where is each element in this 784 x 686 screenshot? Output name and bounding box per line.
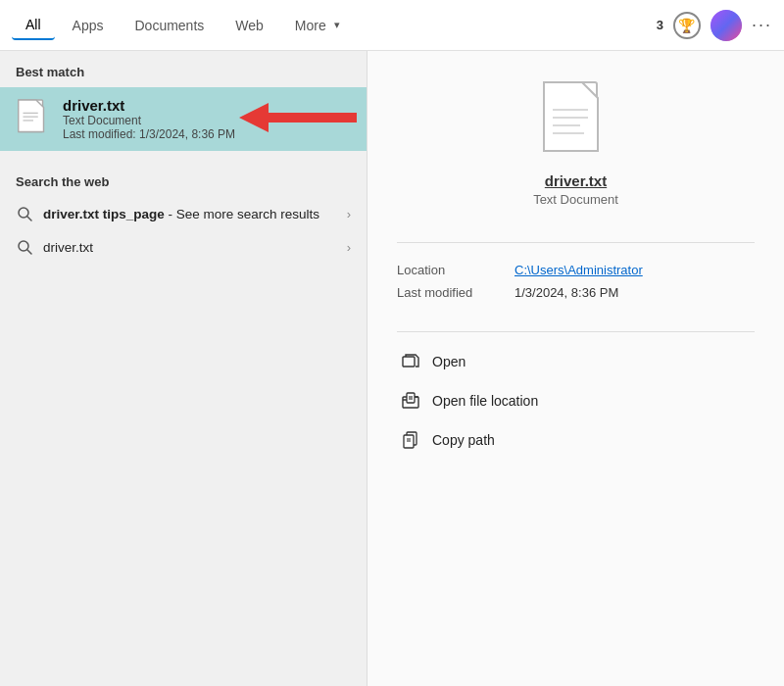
tab-web[interactable]: Web (221, 12, 277, 39)
open-location-icon (401, 391, 420, 411)
search-bold: driver.txt tips_page (43, 207, 165, 221)
search-result-tips[interactable]: driver.txt tips_page - See more search r… (0, 197, 367, 230)
avatar[interactable] (710, 10, 742, 41)
svg-marker-4 (239, 103, 357, 132)
arrow-svg (239, 98, 357, 137)
location-row: Location C:\Users\Administrator (397, 259, 755, 281)
divider-2 (397, 331, 755, 332)
best-match-item[interactable]: driver.txt Text Document Last modified: … (0, 87, 367, 151)
left-panel: Best match driver.txt Text Document Last… (0, 51, 368, 686)
top-bar-right: 3 🏆 ··· (657, 10, 772, 41)
best-match-label: Best match (0, 51, 367, 87)
trophy-icon[interactable]: 🏆 (673, 12, 701, 39)
search-icon (16, 205, 33, 222)
action-list: Open Open file location (397, 344, 755, 458)
top-bar: All Apps Documents Web More ▾ 3 🏆 ··· (0, 0, 784, 51)
open-action[interactable]: Open (397, 344, 755, 379)
avatar-image (710, 10, 742, 41)
search-result-tips-text: driver.txt tips_page - See more search r… (43, 207, 337, 221)
location-value[interactable]: C:\Users\Administrator (514, 263, 643, 277)
tab-documents[interactable]: Documents (121, 12, 218, 39)
search-icon-2 (16, 238, 33, 256)
file-metadata: Location C:\Users\Administrator Last mod… (397, 259, 755, 304)
modified-label: Last modified (397, 285, 514, 300)
tab-more[interactable]: More ▾ (281, 12, 354, 39)
svg-line-8 (27, 250, 31, 254)
main-content: Best match driver.txt Text Document Last… (0, 51, 784, 686)
web-section: Search the web driver.txt tips_page - Se… (0, 151, 367, 273)
modified-row: Last modified 1/3/2024, 8:36 PM (397, 281, 755, 304)
chevron-right-icon: › (347, 207, 351, 221)
search-result-driver[interactable]: driver.txt › (0, 230, 367, 264)
right-panel: driver.txt Text Document Location C:\Use… (368, 51, 784, 686)
chevron-down-icon: ▾ (334, 19, 340, 31)
search-result-driver-text: driver.txt (43, 240, 337, 255)
open-label: Open (432, 354, 466, 369)
open-location-label: Open file location (432, 393, 538, 409)
copy-path-action[interactable]: Copy path (397, 422, 755, 458)
svg-line-6 (27, 217, 31, 220)
file-name-link[interactable]: driver.txt (545, 172, 607, 189)
svg-rect-14 (403, 357, 415, 367)
search-web-label: Search the web (0, 161, 367, 197)
location-label: Location (397, 263, 514, 277)
tab-bar: All Apps Documents Web More ▾ (12, 11, 657, 40)
open-icon (401, 352, 420, 371)
svg-rect-16 (407, 393, 415, 403)
modified-value: 1/3/2024, 8:36 PM (514, 285, 618, 300)
file-icon-small (16, 99, 51, 140)
file-type-label: Text Document (533, 192, 618, 207)
more-options-button[interactable]: ··· (752, 15, 772, 35)
notification-badge: 3 (657, 18, 663, 32)
tab-apps[interactable]: Apps (59, 12, 118, 39)
red-arrow (239, 98, 357, 141)
file-preview: driver.txt Text Document (397, 80, 755, 207)
open-file-location-action[interactable]: Open file location (397, 383, 755, 418)
divider-1 (397, 242, 755, 243)
copy-path-label: Copy path (432, 432, 495, 448)
chevron-right-icon-2: › (347, 240, 351, 255)
copy-path-icon (401, 430, 420, 450)
tab-all[interactable]: All (12, 11, 55, 40)
file-icon-preview (541, 80, 612, 163)
search-sub: - See more search results (165, 207, 319, 221)
